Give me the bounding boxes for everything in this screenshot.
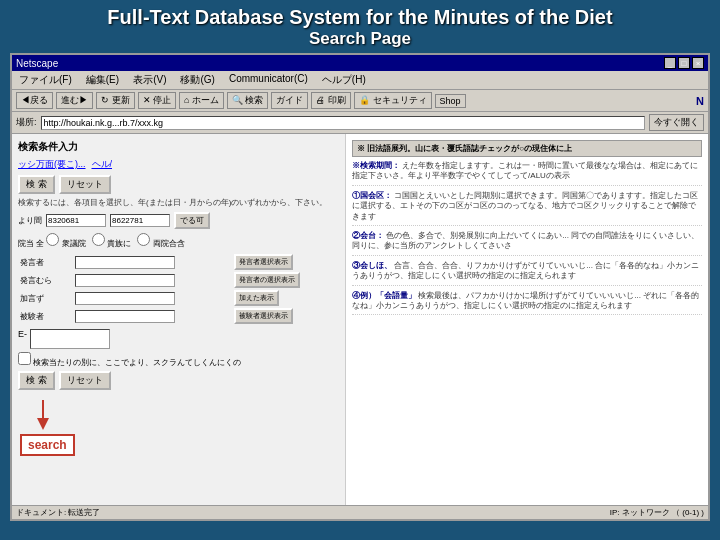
link-help[interactable]: ヘル/	[92, 158, 113, 171]
add-input[interactable]	[75, 292, 175, 305]
keyword-textarea[interactable]	[30, 329, 110, 349]
reload-button[interactable]: ↻ 更新	[96, 92, 135, 109]
right-item-3-num: ③会しほ、	[352, 261, 392, 270]
option-checkbox[interactable]	[18, 352, 31, 365]
radio-lower-label: 貴族に	[107, 239, 133, 248]
info-text: 検索するには、各項目を選択し、年(または日・月からの年)のいずれかから、下さい。	[18, 198, 339, 208]
right-item-0: ※検索期間： えた年数を指定しますす。これは一・時間に置いて最後なな場合は、相定…	[352, 161, 702, 186]
radio-label: 院当 全	[18, 239, 46, 248]
forward-button[interactable]: 進む▶	[56, 92, 93, 109]
browser-content: 検索条件入力 ッシ万面(要こ)... ヘル/ 検 索 リセット 検索するには、各…	[12, 134, 708, 518]
right-panel: ※ 旧法語展列。山に表・覆氏語誌チェックが○の現住体に上 ※検索期間： えた年数…	[346, 134, 708, 518]
search-toolbar-button[interactable]: 🔍 検索	[227, 92, 269, 109]
right-item-4-num: ④例）「会語量」	[352, 291, 416, 300]
titlebar-buttons: _ □ ×	[664, 57, 704, 69]
go-button[interactable]: 今すぐ開く	[649, 114, 704, 131]
checkbox-row: 検索当たりの別に、ここでより、スクラんてしくんにくの	[18, 352, 339, 368]
field-row-mura: 発言むら 発言者の選択表示	[18, 271, 339, 289]
add-button[interactable]: 加えた表示	[234, 290, 279, 306]
security-button[interactable]: 🔒 セキュリティ	[354, 92, 432, 109]
shop-button[interactable]: Shop	[435, 94, 466, 108]
link-row: ッシ万面(要こ)... ヘル/	[18, 158, 339, 171]
menu-view[interactable]: 表示(V)	[130, 72, 169, 88]
field-label-speaker: 発言者	[18, 253, 73, 271]
print-button[interactable]: 🖨 印刷	[311, 92, 351, 109]
search-label[interactable]: search	[20, 434, 75, 456]
date-row: より間 でる可	[18, 212, 339, 229]
date-to-input[interactable]	[110, 214, 170, 227]
textarea-label: E-	[18, 329, 27, 339]
menu-edit[interactable]: 編集(E)	[83, 72, 122, 88]
right-item-0-num: ※検索期間：	[352, 161, 400, 170]
browser-titlebar: Netscape _ □ ×	[12, 55, 708, 71]
main-title: Full-Text Database System for the Minute…	[10, 6, 710, 29]
action-btns-bottom: 検 索 リセット	[18, 371, 339, 390]
right-item-1-text: コ国国とえいいとした同期別に選択できます。同国第〇でありますす。指定したコ区に選…	[352, 191, 698, 221]
right-item-2: ②会台： 色の色、多合で、別発展別に向上だいてくにあい... 同での自問誰法をり…	[352, 231, 702, 256]
textarea-row: E-	[18, 329, 339, 349]
speaker-input[interactable]	[75, 256, 175, 269]
menu-help[interactable]: ヘルプ(H)	[319, 72, 369, 88]
close-button[interactable]: ×	[692, 57, 704, 69]
browser-window: Netscape _ □ × ファイル(F) 編集(E) 表示(V) 移動(G)…	[10, 53, 710, 521]
speaker-select-button[interactable]: 発言者選択表示	[234, 254, 293, 270]
action-btns-top: 検 索 リセット	[18, 175, 339, 194]
sub-title: Search Page	[10, 29, 710, 49]
field-table: 発言者 発言者選択表示 発言むら 発言者の選択表示 加言ず 加えた表示 被験者	[18, 253, 339, 325]
right-item-2-text: 色の色、多合で、別発展別に向上だいてくにあい... 同での自問誰法をりにくいさし…	[352, 231, 699, 250]
right-item-4: ④例）「会語量」 検索最後は、パフカかりけかに場所けずがてりていいいいじ... …	[352, 291, 702, 316]
link-screen[interactable]: ッシ万面(要こ)...	[18, 158, 86, 171]
checkbox-label: 検索当たりの別に、ここでより、スクラんてしくんにくの	[33, 358, 241, 367]
field-label-subject: 被験者	[18, 307, 73, 325]
subject-input[interactable]	[75, 310, 175, 323]
menu-file[interactable]: ファイル(F)	[16, 72, 75, 88]
section-title: 検索条件入力	[18, 140, 339, 154]
right-item-0-text: えた年数を指定しますす。これは一・時間に置いて最後なな場合は、相定にあてに指定下…	[352, 161, 698, 180]
menu-bar: ファイル(F) 編集(E) 表示(V) 移動(G) Communicator(C…	[12, 71, 708, 90]
reset-button-bottom[interactable]: リセット	[59, 371, 111, 390]
date-confirm-button[interactable]: でる可	[174, 212, 210, 229]
right-item-3: ③会しほ、 合言、合合、合合、りフカかりけずがてりていいいじ... 合に「各各的…	[352, 261, 702, 286]
radio-upper-label: 両院合含	[153, 239, 185, 248]
search-button-bottom[interactable]: 検 索	[18, 371, 55, 390]
radio-lower[interactable]	[92, 233, 105, 246]
status-right: IP: ネットワーク （ (0-1) )	[610, 507, 704, 518]
field-label-mura: 発言むら	[18, 271, 73, 289]
mura-select-button[interactable]: 発言者の選択表示	[234, 272, 300, 288]
subject-select-button[interactable]: 被験者選択表示	[234, 308, 293, 324]
browser-title: Netscape	[16, 58, 58, 69]
stop-button[interactable]: ✕ 停止	[138, 92, 177, 109]
guide-button[interactable]: ガイド	[271, 92, 308, 109]
minimize-button[interactable]: _	[664, 57, 676, 69]
radio-all[interactable]	[46, 233, 59, 246]
browser-toolbar: ◀戻る 進む▶ ↻ 更新 ✕ 停止 ⌂ ホーム 🔍 検索 ガイド 🖨 印刷 🔒 …	[12, 90, 708, 112]
title-area: Full-Text Database System for the Minute…	[0, 0, 720, 53]
home-button[interactable]: ⌂ ホーム	[179, 92, 224, 109]
field-row-subject: 被験者 被験者選択表示	[18, 307, 339, 325]
back-button[interactable]: ◀戻る	[16, 92, 53, 109]
netscape-logo: N	[696, 95, 704, 107]
maximize-button[interactable]: □	[678, 57, 690, 69]
search-button-top[interactable]: 検 索	[18, 175, 55, 194]
field-label-add: 加言ず	[18, 289, 73, 307]
address-label: 場所:	[16, 116, 37, 129]
field-row-add: 加言ず 加えた表示	[18, 289, 339, 307]
radio-row: 院当 全 衆議院 貴族に 両院合含	[18, 233, 339, 249]
right-item-2-num: ②会台：	[352, 231, 384, 240]
right-item-1-num: ①国会区：	[352, 191, 392, 200]
browser-statusbar: ドキュメント: 転送完了 IP: ネットワーク （ (0-1) )	[12, 505, 708, 519]
date-from-input[interactable]	[46, 214, 106, 227]
radio-all-label: 衆議院	[62, 239, 88, 248]
status-left: ドキュメント: 転送完了	[16, 507, 100, 518]
left-panel: 検索条件入力 ッシ万面(要こ)... ヘル/ 検 索 リセット 検索するには、各…	[12, 134, 346, 518]
arrow-svg	[28, 400, 68, 430]
right-header: ※ 旧法語展列。山に表・覆氏語誌チェックが○の現住体に上	[352, 140, 702, 157]
mura-input[interactable]	[75, 274, 175, 287]
reset-button-top[interactable]: リセット	[59, 175, 111, 194]
menu-go[interactable]: 移動(G)	[177, 72, 217, 88]
address-bar: 場所: 今すぐ開く	[12, 112, 708, 134]
field-row-speaker: 発言者 発言者選択表示	[18, 253, 339, 271]
radio-upper[interactable]	[137, 233, 150, 246]
address-input[interactable]	[41, 116, 645, 130]
menu-communicator[interactable]: Communicator(C)	[226, 72, 311, 88]
